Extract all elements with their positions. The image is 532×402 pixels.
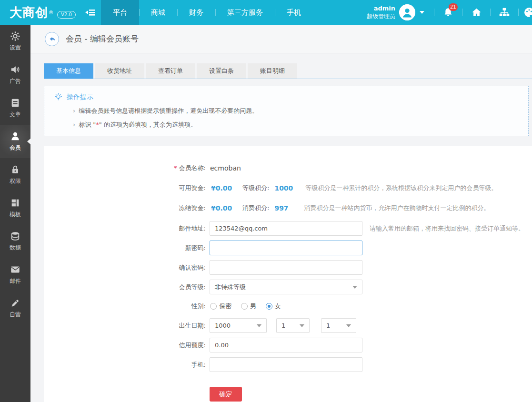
new-password-field[interactable]	[210, 241, 362, 255]
pay-points-value: 997	[274, 204, 291, 212]
tab-view-orders[interactable]: 查看订单	[146, 63, 195, 79]
back-button[interactable]	[45, 32, 59, 46]
topbar-right: admin 超级管理员 21	[367, 0, 532, 25]
pay-points-label: 消费积分:	[242, 204, 269, 212]
topnav-item-platform[interactable]: 平台	[101, 0, 139, 25]
page-title: 会员 - 编辑会员账号	[66, 33, 139, 44]
birthday-year-select[interactable]: 1000	[210, 318, 267, 333]
user-names: admin 超级管理员	[367, 5, 395, 20]
notification-badge: 21	[449, 3, 458, 11]
birthday-day-value: 1	[326, 322, 330, 329]
email-note: 请输入常用的邮箱，将用来找回密码、接受订单通知等。	[370, 224, 524, 233]
row-email: 邮件地址: 请输入常用的邮箱，将用来找回密码、接受订单通知等。	[44, 221, 532, 236]
topnav-item-mobile[interactable]: 手机	[275, 0, 313, 25]
sidebar-item-settings[interactable]: 设置	[0, 25, 30, 58]
member-rank-selected-value: 非特殊等级	[215, 283, 246, 291]
mail-icon	[10, 264, 20, 275]
row-frozen-funds: 冻结资金: ¥0.00 消费积分: 997 消费积分是一种站内货币，允许用户在购…	[44, 201, 532, 215]
tip-line-2-post: " 的选项为必填项，其余为选填项。	[99, 121, 197, 128]
sidebar-item-label: 邮件	[10, 277, 21, 285]
main-content: 会员 - 编辑会员账号 基本信息 收货地址 查看订单 设置白条 账目明细 操作提…	[30, 25, 532, 402]
frozen-funds-value: ¥0.00	[211, 204, 242, 212]
sidebar-item-data[interactable]: 数据	[0, 225, 30, 258]
tab-credit-settings[interactable]: 设置白条	[197, 63, 246, 79]
row-available-funds: 可用资金: ¥0.00 等级积分: 1000 等级积分是一种累计的积分，系统根据…	[44, 181, 532, 195]
radio-icon	[241, 303, 248, 310]
top-navigation: 平台 商城 财务 第三方服务 手机	[101, 0, 313, 25]
birthday-year-value: 1000	[215, 322, 231, 329]
form-panel: *会员名称: ecmoban 可用资金: ¥0.00 等级积分: 1000 等级…	[44, 146, 532, 402]
sidebar-item-ads[interactable]: 广告	[0, 58, 30, 91]
bullet-icon: ›	[73, 107, 75, 114]
pay-points-note: 消费积分是一种站内货币，允许用户在购物时支付一定比例的积分。	[304, 204, 490, 212]
sidebar-item-label: 自营	[10, 311, 21, 319]
tabs: 基本信息 收货地址 查看订单 设置白条 账目明细	[44, 63, 532, 79]
sidebar-item-label: 会员	[10, 144, 21, 152]
collapse-menu-button[interactable]	[80, 0, 101, 25]
username-value: ecmoban	[210, 164, 241, 172]
sidebar-item-templates[interactable]: 模板	[0, 191, 30, 225]
sidebar-item-articles[interactable]: 文章	[0, 91, 30, 125]
speaker-icon	[10, 64, 20, 75]
sidebar-item-permissions[interactable]: 权限	[0, 158, 30, 191]
palette-icon	[523, 7, 532, 18]
confirm-password-label: 确认密码:	[44, 263, 206, 272]
email-label: 邮件地址:	[44, 224, 206, 233]
username-label: *会员名称:	[44, 164, 206, 172]
confirm-button[interactable]: 确定	[210, 387, 242, 402]
row-confirm-password: 确认密码:	[44, 260, 532, 275]
row-mobile: 手机:	[44, 357, 532, 372]
version-badge: V2.0	[57, 11, 76, 19]
tip-line-2-pre: 标识 "	[79, 121, 96, 128]
theme-button[interactable]	[519, 0, 532, 25]
row-credit-line: 信用额度:	[44, 338, 532, 352]
gender-option-male[interactable]: 男	[241, 302, 256, 311]
radio-icon	[266, 303, 272, 310]
birthday-day-select[interactable]: 1	[321, 318, 356, 333]
avatar	[399, 4, 415, 20]
row-username: *会员名称: ecmoban	[44, 161, 532, 175]
sidebar: 设置 广告 文章 会员 权限	[0, 25, 30, 402]
topnav-item-third-party[interactable]: 第三方服务	[215, 0, 275, 25]
sidebar-item-self-operated[interactable]: 自营	[0, 291, 30, 325]
birthday-month-value: 1	[281, 322, 285, 329]
gender-option-label: 保密	[219, 302, 231, 311]
tab-shipping-address[interactable]: 收货地址	[95, 63, 144, 79]
credit-line-field[interactable]	[210, 338, 362, 352]
chevron-down-icon	[352, 286, 357, 289]
row-member-rank: 会员等级: 非特殊等级	[44, 280, 532, 294]
tab-account-details[interactable]: 账目明细	[248, 63, 297, 79]
chevron-down-icon	[257, 324, 261, 327]
birthday-label: 出生日期:	[44, 322, 206, 330]
row-new-password: 新密码:	[44, 241, 532, 255]
lock-icon	[10, 164, 20, 175]
rank-points-value: 1000	[274, 184, 293, 192]
sidebar-item-label: 权限	[10, 177, 21, 185]
sidebar-item-label: 广告	[10, 77, 21, 85]
sidebar-item-label: 文章	[10, 111, 21, 119]
tip-box: 操作提示 ›编辑会员账号信息请根据提示慎重操作，避免出现不必要的问题。 ›标识 …	[44, 86, 529, 136]
gender-option-female[interactable]: 女	[266, 302, 281, 311]
sitemap-button[interactable]	[491, 0, 518, 25]
row-gender: 性别: 保密 男 女	[44, 299, 532, 313]
sidebar-item-members[interactable]: 会员	[0, 125, 30, 158]
confirm-password-field[interactable]	[210, 260, 362, 275]
home-icon	[471, 7, 482, 18]
logo: 大商创 ® V2.0	[0, 6, 80, 19]
gender-option-secret[interactable]: 保密	[210, 302, 231, 311]
collapse-menu-icon	[85, 8, 96, 17]
member-rank-label: 会员等级:	[44, 283, 206, 291]
tab-basic-info[interactable]: 基本信息	[44, 63, 93, 79]
member-rank-select[interactable]: 非特殊等级	[210, 280, 362, 294]
home-button[interactable]	[462, 0, 490, 25]
topnav-item-mall[interactable]: 商城	[139, 0, 177, 25]
email-field[interactable]	[210, 221, 362, 236]
mobile-field[interactable]	[210, 357, 362, 372]
row-birthday: 出生日期: 1000 1 1	[44, 318, 532, 333]
user-menu[interactable]: admin 超级管理员	[367, 4, 427, 20]
row-submit: 确定	[44, 387, 532, 402]
birthday-month-select[interactable]: 1	[276, 318, 310, 333]
notifications-button[interactable]: 21	[434, 0, 462, 25]
topnav-item-finance[interactable]: 财务	[177, 0, 215, 25]
sidebar-item-mail[interactable]: 邮件	[0, 258, 30, 291]
